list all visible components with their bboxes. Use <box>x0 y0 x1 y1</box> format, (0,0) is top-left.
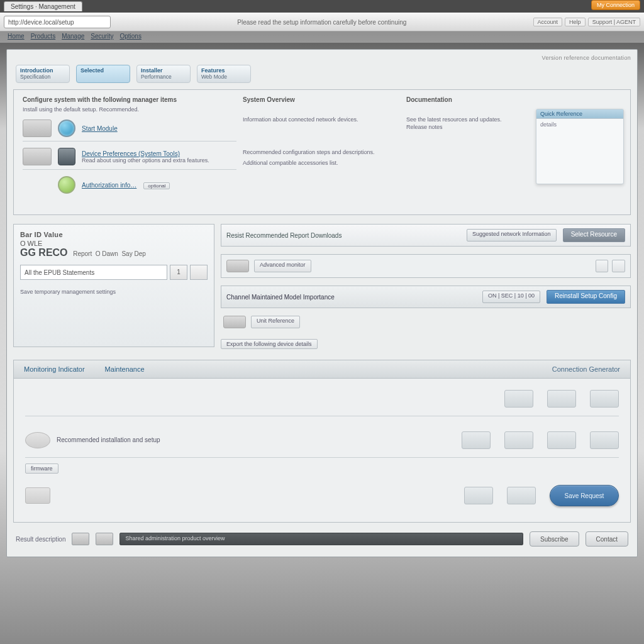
header-col-right[interactable]: Connection Generator <box>542 360 630 378</box>
feature-link[interactable]: Device Preferences (System Tools) <box>82 150 236 157</box>
device-icon <box>226 260 249 272</box>
window-topbar: Settings · Management My Connection <box>0 0 644 13</box>
crumb[interactable]: Security <box>91 33 113 42</box>
header-col[interactable]: Maintenance <box>95 360 155 378</box>
quickref-title: Quick Reference <box>536 109 623 119</box>
monitor-row <box>25 387 619 416</box>
footer-thumb[interactable] <box>72 533 89 545</box>
banner-title: Please read the setup information carefu… <box>114 19 530 26</box>
sidebox-sub: O WLE <box>20 240 208 247</box>
url-field[interactable] <box>4 16 111 28</box>
tab-features[interactable]: Features Web Mode <box>197 65 251 83</box>
stripe-chip[interactable]: Suggested network Information <box>467 229 557 242</box>
row-icon <box>25 487 50 504</box>
device-icon <box>23 148 52 165</box>
thumb-icon[interactable] <box>462 431 491 449</box>
tab-intro[interactable]: Introduction Specification <box>16 65 70 83</box>
overview-panel: Configure system with the following mana… <box>13 89 631 215</box>
thumb-icon[interactable] <box>504 431 533 449</box>
thumb-icon[interactable] <box>590 431 619 449</box>
thumb-icon[interactable] <box>547 390 576 408</box>
quickref-body: details <box>540 121 619 128</box>
thumb-chip[interactable] <box>596 260 609 272</box>
stripe-btn[interactable]: Select Resource <box>563 228 625 242</box>
crumb[interactable]: Manage <box>62 33 84 42</box>
optional-badge: optional <box>143 182 170 189</box>
account-chip[interactable]: Account <box>533 18 563 26</box>
section-tabs: Introduction Specification Selected Inst… <box>13 62 631 86</box>
page-meta: Version reference documentation <box>13 55 631 61</box>
overview-col1: Configure system with the following mana… <box>23 96 236 208</box>
tab-sublabel: Performance <box>141 74 186 80</box>
thumb-icon[interactable] <box>547 431 576 449</box>
summary-sidebox: Bar ID Value O WLE GG RECO Report O Dawn… <box>13 224 214 347</box>
feature-desc: Read about using other options and extra… <box>82 157 236 164</box>
crumb[interactable]: Home <box>8 33 25 42</box>
tab-label: Selected <box>80 68 126 74</box>
page-footer: Result description Shared administration… <box>13 528 631 550</box>
channel-stripe: Channel Maintained Model Importance ON |… <box>221 286 631 308</box>
sidebox-big: GG RECO <box>20 247 68 258</box>
footer-label: Result description <box>16 536 65 543</box>
support-chip[interactable]: Support | AGENT <box>588 18 640 26</box>
crumb[interactable]: Options <box>119 33 141 42</box>
connection-button[interactable]: My Connection <box>591 0 640 10</box>
status-bar: Shared administration product overview <box>119 533 523 545</box>
unit-chip[interactable]: Unit Reference <box>251 316 300 328</box>
module-icon <box>58 119 75 137</box>
unit-stripe: Unit Reference <box>221 316 631 328</box>
tab-selected[interactable]: Selected <box>76 65 130 83</box>
row-icon <box>25 432 50 448</box>
monitor-stripe: Advanced monitor <box>221 254 631 278</box>
thumb-icon[interactable] <box>504 390 533 408</box>
overview-col3: Documentation See the latest resources a… <box>406 96 621 208</box>
monitoring-panel: Monitoring Indicator Maintenance Connect… <box>13 360 631 523</box>
col2-line: Recommended configuration steps and desc… <box>243 148 400 156</box>
tab-installer[interactable]: Installer Performance <box>136 65 191 83</box>
col2-line: Additional compatible accessories list. <box>243 159 400 167</box>
stripe-title: Channel Maintained Model Importance <box>226 294 476 301</box>
subscribe-button[interactable]: Subscribe <box>530 531 579 547</box>
sidebox-title: Bar ID Value <box>20 231 208 238</box>
help-chip[interactable]: Help <box>565 18 586 26</box>
export-chip[interactable]: Export the following device details <box>221 339 318 349</box>
col2-heading: System Overview <box>243 96 400 103</box>
col2-line: Information about connected network devi… <box>243 116 400 123</box>
tab-sublabel: Web Mode <box>201 74 247 80</box>
breadcrumb: Home Products Manage Security Options <box>0 31 644 43</box>
save-request-button[interactable]: Save Request <box>550 485 619 506</box>
thumb-icon[interactable] <box>464 487 493 504</box>
address-bar: Please read the setup information carefu… <box>0 13 644 31</box>
col1-heading: Configure system with the following mana… <box>23 96 236 103</box>
monitor-chip[interactable]: Advanced monitor <box>254 260 311 272</box>
reinstall-button[interactable]: Reinstall Setup Config <box>547 290 625 304</box>
stripe-chip[interactable]: ON | SEC | 10 | 00 <box>482 291 540 303</box>
device-icon <box>223 316 246 328</box>
sidebox-foot: Save temporary management settings <box>20 289 208 295</box>
quickref-card: Quick Reference details <box>536 109 624 184</box>
thumb-chip[interactable] <box>612 260 625 272</box>
pager-next[interactable] <box>190 265 208 280</box>
contact-button[interactable]: Contact <box>586 531 628 547</box>
row-label: Recommended installation and setup <box>57 436 160 443</box>
monitor-row: Recommended installation and setup <box>25 429 619 458</box>
col3-heading: Documentation <box>406 96 621 103</box>
browser-tab[interactable]: Settings · Management <box>4 1 82 11</box>
stripe-title: Resist Recommended Report Downloads <box>226 232 460 239</box>
auth-icon <box>58 176 75 194</box>
page-container: Version reference documentation Introduc… <box>6 49 638 557</box>
thumb-icon[interactable] <box>507 487 536 504</box>
monitoring-header: Monitoring Indicator Maintenance Connect… <box>14 360 630 379</box>
statement-input[interactable] <box>20 265 167 280</box>
prefs-icon <box>58 148 75 165</box>
feature-link[interactable]: Authorization info… <box>82 182 136 189</box>
sidebox-meta: Report O Dawn Say Dep <box>70 250 146 257</box>
pager-box[interactable]: 1 <box>170 265 187 280</box>
monitor-row: Save Request <box>25 484 619 513</box>
thumb-icon[interactable] <box>590 390 619 408</box>
crumb[interactable]: Products <box>31 33 55 42</box>
header-col[interactable]: Monitoring Indicator <box>14 360 95 378</box>
col1-sub: Install using the default setup. Recomme… <box>23 106 236 113</box>
feature-link[interactable]: Start Module <box>82 125 236 132</box>
footer-thumb[interactable] <box>96 533 113 545</box>
